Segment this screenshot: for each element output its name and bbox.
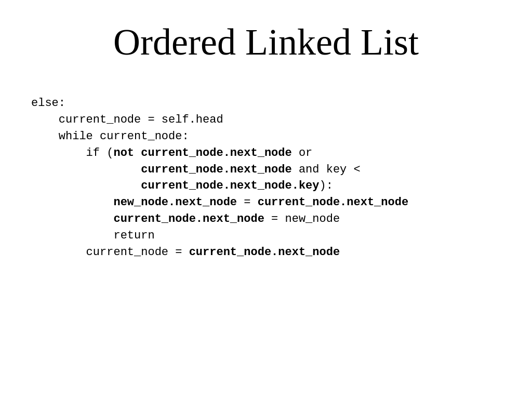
bold-current-node-next-node-3: current_node.next_node [258,196,408,209]
page: Ordered Linked List else: current_node =… [0,0,532,399]
page-title: Ordered Linked List [21,21,511,64]
code-line-while: while current_node: [31,128,511,145]
bold-current-node-next-node-key: current_node.next_node.key [141,179,319,192]
code-line-current-node-assign: current_node = self.head [31,112,511,128]
code-line-if: if (not current_node.next_node or [31,145,511,162]
bold-not-current-node-next-node: not current_node.next_node [113,147,291,159]
code-line-return: return [31,228,511,244]
code-line-else: else: [31,95,511,112]
bold-current-node-next-node-5: current_node.next_node [189,246,340,259]
code-block: else: current_node = self.head while cur… [31,95,511,261]
bold-current-node-next-node-2: current_node.next_node [141,163,291,176]
code-line-condition2: current_node.next_node and key < [31,162,511,178]
bold-current-node-next-node-4: current_node.next_node [113,212,264,225]
code-line-current-next-new: current_node.next_node = new_node [31,211,511,228]
code-line-condition3: current_node.next_node.key): [31,178,511,194]
code-line-current-advance: current_node = current_node.next_node [31,244,511,261]
code-line-new-node-next: new_node.next_node = current_node.next_n… [31,194,511,211]
bold-new-node-next-node: new_node.next_node [113,196,237,209]
